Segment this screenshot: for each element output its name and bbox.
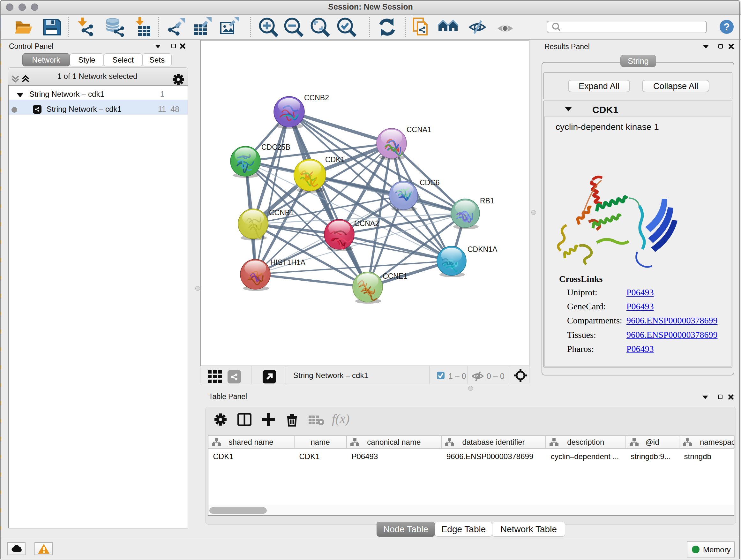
svg-text:CDKN1A: CDKN1A — [468, 245, 497, 253]
svg-text:CDK1: CDK1 — [325, 155, 345, 164]
svg-text:CDC25B: CDC25B — [261, 143, 290, 151]
svg-text:?: ? — [724, 21, 730, 33]
svg-text:RB1: RB1 — [480, 197, 494, 205]
svg-text:CCNA1: CCNA1 — [407, 125, 431, 134]
svg-text:CCNB1: CCNB1 — [269, 208, 294, 217]
svg-text:CCNE1: CCNE1 — [383, 272, 408, 280]
svg-text:CDC6: CDC6 — [420, 179, 440, 187]
svg-text:CCNB2: CCNB2 — [304, 94, 329, 102]
svg-text:HIST1H1A: HIST1H1A — [270, 258, 306, 266]
svg-text:CCNA2: CCNA2 — [354, 219, 379, 228]
